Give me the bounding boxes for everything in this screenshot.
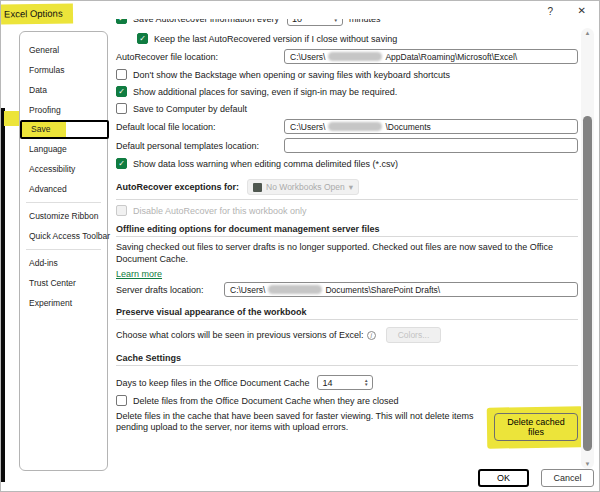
choose-colors-label: Choose what colors will be seen in previ… — [116, 330, 364, 340]
path-suffix: \Documents — [385, 122, 430, 132]
sidebar-item-quick-access-toolbar[interactable]: Quick Access Toolbar — [20, 226, 107, 246]
section-divider — [116, 319, 578, 320]
delete-files-when-closed-checkbox[interactable] — [116, 395, 127, 406]
sidebar-item-language[interactable]: Language — [20, 139, 107, 159]
path-suffix: AppData\Roaming\Microsoft\Excel\ — [385, 52, 517, 62]
sidebar-item-general[interactable]: General — [20, 40, 107, 60]
info-icon: i — [367, 331, 376, 340]
disable-autorecover-label: Disable AutoRecover for this workbook on… — [133, 206, 307, 216]
offline-editing-section-header: Offline editing options for document man… — [116, 224, 578, 234]
check-icon: ✓ — [118, 160, 125, 168]
redacted-username — [268, 285, 322, 294]
keep-last-autorecovered-label: Keep the last AutoRecovered version if I… — [154, 34, 397, 44]
redacted-username — [328, 122, 382, 131]
delete-cache-description: Delete files in the cache that have been… — [116, 411, 482, 433]
section-divider — [116, 199, 578, 200]
default-templates-location-input[interactable] — [284, 138, 578, 153]
vertical-scrollbar[interactable]: ▲ ▼ — [581, 28, 594, 469]
show-data-loss-warning-checkbox[interactable]: ✓ — [116, 158, 127, 169]
delete-cached-files-button[interactable]: Delete cached files — [494, 413, 578, 441]
sidebar-item-customize-ribbon[interactable]: Customize Ribbon — [20, 206, 107, 226]
autorecover-exceptions-label: AutoRecover exceptions for: — [116, 182, 239, 192]
ok-button[interactable]: OK — [478, 469, 529, 487]
path-suffix: Documents\SharePoint Drafts\ — [325, 285, 440, 295]
scrollbar-thumb[interactable] — [583, 116, 592, 451]
sidebar-item-save[interactable]: Save — [20, 120, 109, 139]
check-icon: ✓ — [139, 35, 146, 43]
preserve-appearance-section-header: Preserve visual appearance of the workbo… — [116, 307, 578, 317]
save-options-panel: ✓ Save AutoRecover information every 10 … — [116, 19, 578, 441]
stepper-arrows-icon[interactable]: ▲▼ — [364, 379, 368, 387]
server-drafts-location-label: Server drafts location: — [116, 285, 224, 295]
autorecover-every-checkbox[interactable]: ✓ — [116, 19, 127, 24]
sidebar-item-formulas[interactable]: Formulas — [20, 60, 107, 80]
close-icon[interactable]: ✕ — [578, 5, 586, 16]
autorecover-minutes-stepper[interactable]: 10 ▲▼ — [287, 19, 343, 26]
stepper-arrows-icon[interactable]: ▲▼ — [334, 19, 338, 23]
sidebar-item-trust-center[interactable]: Trust Center — [20, 273, 107, 293]
dont-show-backstage-checkbox[interactable] — [116, 69, 127, 80]
autorecover-location-input[interactable]: C:\Users\ AppData\Roaming\Microsoft\Exce… — [284, 49, 578, 64]
sidebar-item-accessibility[interactable]: Accessibility — [20, 159, 107, 179]
server-drafts-location-input[interactable]: C:\Users\ Documents\SharePoint Drafts\ — [224, 282, 578, 297]
sidebar-item-advanced[interactable]: Advanced — [20, 179, 107, 199]
redacted-username — [328, 52, 382, 61]
sidebar-item-experiment[interactable]: Experiment — [20, 293, 107, 313]
autorecover-every-label: Save AutoRecover information every — [133, 19, 279, 24]
delete-files-when-closed-label: Delete files from the Office Document Ca… — [133, 396, 398, 406]
path-prefix: C:\Users\ — [290, 52, 325, 62]
excel-options-dialog: Excel Options ? ✕ General Formulas Data … — [0, 0, 600, 492]
autorecover-exceptions-dropdown: No Workbooks Open ▾ — [247, 179, 359, 195]
sidebar-item-add-ins[interactable]: Add-ins — [20, 253, 107, 273]
disable-autorecover-checkbox — [116, 205, 127, 216]
section-divider — [116, 236, 578, 237]
clipped-row-wrapper: ✓ Save AutoRecover information every 10 … — [116, 19, 578, 28]
help-icon[interactable]: ? — [547, 6, 553, 17]
dropdown-value: No Workbooks Open — [266, 182, 345, 192]
delete-cache-row: Delete files in the cache that have been… — [116, 411, 578, 441]
autorecover-minutes-suffix: minutes — [349, 19, 381, 24]
scroll-down-icon[interactable]: ▼ — [581, 461, 594, 467]
default-templates-location-label: Default personal templates location: — [116, 141, 284, 151]
cache-settings-section-header: Cache Settings — [116, 353, 578, 363]
save-to-computer-checkbox[interactable] — [116, 103, 127, 114]
dialog-footer: OK Cancel — [478, 469, 594, 487]
days-to-keep-value: 14 — [322, 378, 332, 388]
check-icon: ✓ — [118, 19, 125, 23]
chevron-down-icon: ▾ — [349, 182, 353, 192]
annotation-left-bar — [1, 108, 5, 482]
learn-more-link[interactable]: Learn more — [116, 269, 162, 279]
options-sidebar: General Formulas Data Proofing Save Lang… — [19, 31, 108, 471]
sidebar-separator — [26, 202, 101, 203]
show-additional-places-label: Show additional places for saving, even … — [133, 87, 397, 97]
default-local-location-input[interactable]: C:\Users\ \Documents — [284, 119, 578, 134]
days-to-keep-label: Days to keep files in the Office Documen… — [116, 378, 309, 388]
days-to-keep-stepper[interactable]: 14 ▲▼ — [317, 375, 373, 390]
sidebar-separator — [26, 249, 101, 250]
autorecover-location-label: AutoRecover file location: — [116, 52, 284, 62]
check-icon: ✓ — [118, 88, 125, 96]
path-prefix: C:\Users\ — [230, 285, 265, 295]
dont-show-backstage-label: Don't show the Backstage when opening or… — [133, 70, 450, 80]
workbook-icon — [253, 183, 262, 192]
offline-editing-description: Saving checked out files to server draft… — [116, 241, 574, 265]
show-data-loss-warning-label: Show data loss warning when editing comm… — [133, 159, 398, 169]
sidebar-item-data[interactable]: Data — [20, 80, 107, 100]
dialog-title: Excel Options — [1, 4, 73, 25]
default-local-location-label: Default local file location: — [116, 122, 284, 132]
colors-button: Colors... — [386, 327, 442, 343]
scroll-up-icon[interactable]: ▲ — [581, 30, 594, 36]
sidebar-item-proofing[interactable]: Proofing — [20, 100, 107, 120]
section-divider — [116, 365, 578, 366]
show-additional-places-checkbox[interactable]: ✓ — [116, 86, 127, 97]
keep-last-autorecovered-checkbox[interactable]: ✓ — [137, 33, 148, 44]
autorecover-minutes-value: 10 — [292, 19, 302, 24]
path-prefix: C:\Users\ — [290, 122, 325, 132]
cancel-button[interactable]: Cancel — [541, 469, 594, 487]
save-to-computer-label: Save to Computer by default — [133, 104, 247, 114]
